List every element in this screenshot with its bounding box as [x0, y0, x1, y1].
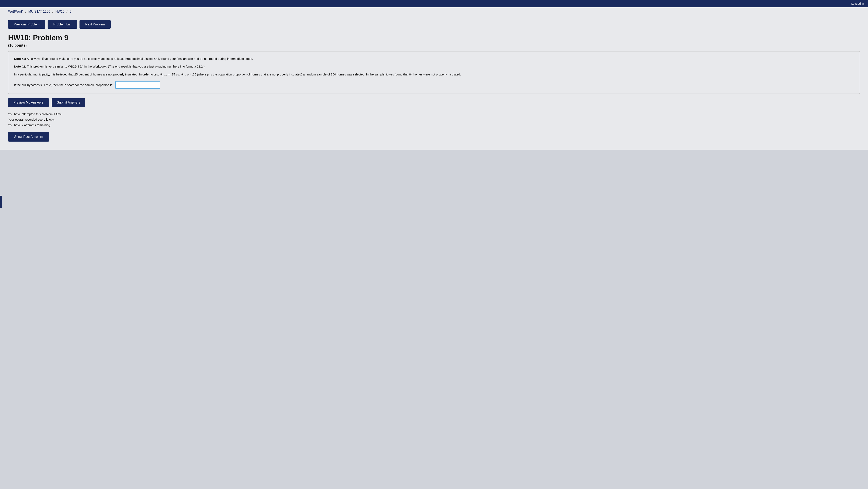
note1-label: Note #1:	[14, 57, 26, 60]
breadcrumb-sep3: /	[66, 10, 67, 13]
breadcrumb-sep1: /	[25, 10, 26, 13]
problem-body: In a particular municipality, it is beli…	[14, 72, 854, 78]
breadcrumb-course[interactable]: MU STAT 1200	[28, 10, 50, 13]
note2-text: This problem is very similar to WB22-4 (…	[27, 65, 205, 68]
note1: Note #1: As always, if you round make su…	[14, 56, 854, 61]
question-prefix: If the null hypothesis is true, then the…	[14, 83, 113, 87]
action-bar: Preview My Answers Submit Answers	[8, 98, 860, 107]
problem-points: (10 points)	[8, 43, 860, 48]
preview-answers-button[interactable]: Preview My Answers	[8, 98, 49, 107]
note2: Note #2: This problem is very similar to…	[14, 64, 854, 69]
logged-in-text: Logged In	[851, 2, 864, 5]
attempt-line1: You have attempted this problem 1 time.	[8, 111, 860, 117]
breadcrumb-sep2: /	[53, 10, 53, 13]
attempt-info: You have attempted this problem 1 time. …	[8, 111, 860, 128]
breadcrumb-hw[interactable]: HW10	[55, 10, 64, 13]
problem-box: Note #1: As always, if you round make su…	[8, 51, 860, 94]
side-tab	[0, 196, 2, 208]
next-problem-button[interactable]: Next Problem	[80, 20, 111, 29]
note1-text: As always, if you round make sure you do…	[27, 57, 253, 60]
attempt-line2: Your overall recorded score is 0%.	[8, 117, 860, 122]
attempt-line3: You have 7 attempts remaining.	[8, 122, 860, 128]
breadcrumb-problem[interactable]: 9	[69, 10, 71, 13]
previous-problem-button[interactable]: Previous Problem	[8, 20, 45, 29]
breadcrumb: WeBWorK / MU STAT 1200 / HW10 / 9	[0, 7, 868, 16]
breadcrumb-webwork[interactable]: WeBWorK	[8, 10, 23, 13]
problem-list-button[interactable]: Problem List	[48, 20, 77, 29]
show-past-answers-button[interactable]: Show Past Answers	[8, 132, 49, 142]
z-score-input[interactable]	[115, 81, 160, 89]
submit-answers-button[interactable]: Submit Answers	[52, 98, 86, 107]
problem-title: HW10: Problem 9	[8, 34, 860, 42]
answer-row: If the null hypothesis is true, then the…	[14, 81, 854, 89]
note2-label: Note #2:	[14, 65, 26, 68]
